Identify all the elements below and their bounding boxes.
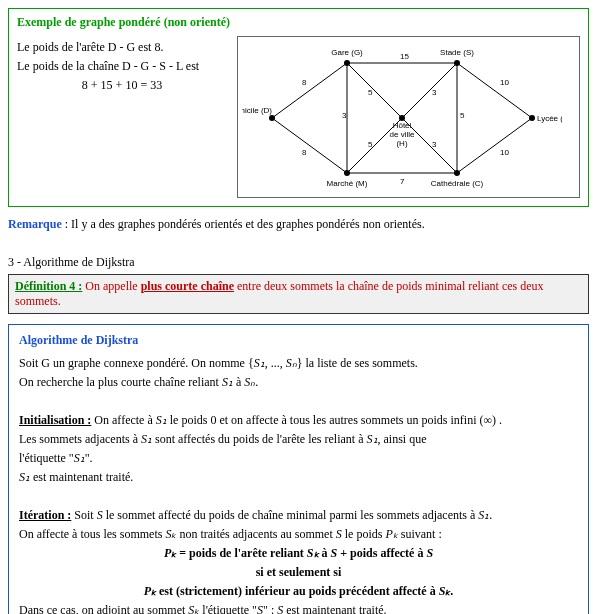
svg-line-0 (272, 63, 347, 118)
svg-point-16 (344, 170, 350, 176)
svg-text:10: 10 (500, 148, 509, 157)
svg-text:3: 3 (432, 88, 437, 97)
algo-iter5: Pₖ est (strictement) inférieur au poids … (19, 584, 578, 599)
svg-text:15: 15 (400, 52, 409, 61)
example-box: Exemple de graphe pondéré (non orienté) … (8, 8, 589, 207)
algo-intro2: On recherche la plus courte chaîne relia… (19, 375, 578, 390)
svg-text:Marché (M): Marché (M) (327, 179, 368, 188)
remark-text: : Il y a des graphes pondérés orientés e… (65, 217, 425, 231)
svg-point-15 (529, 115, 535, 121)
algo-init2: Les sommets adjacents à S₁ sont affectés… (19, 432, 578, 447)
example-line1: Le poids de l'arête D - G est 8. (17, 40, 227, 55)
svg-text:de ville: de ville (390, 130, 415, 139)
graph-svg: Domicile (D) Gare (G) Stade (S) Lycée (L… (242, 43, 562, 193)
svg-text:5: 5 (460, 111, 465, 120)
algo-iter3: Pₖ = poids de l'arête reliant Sₖ à S + p… (19, 546, 578, 561)
svg-text:Stade (S): Stade (S) (440, 48, 474, 57)
algo-iter6: Dans ce cas, on adjoint au sommet Sₖ l'é… (19, 603, 578, 614)
algo-iter2: On affecte à tous les sommets Sₖ non tra… (19, 527, 578, 542)
svg-text:3: 3 (342, 111, 347, 120)
remark-label: Remarque (8, 217, 62, 231)
svg-line-9 (402, 63, 457, 118)
svg-text:(H): (H) (396, 139, 407, 148)
svg-point-14 (454, 60, 460, 66)
example-line2a: Le poids de la chaîne D - G - S - L est (17, 59, 227, 74)
svg-point-13 (344, 60, 350, 66)
svg-text:Lycée (L): Lycée (L) (537, 114, 562, 123)
svg-point-12 (269, 115, 275, 121)
definition-4-label: Définition 4 : (15, 279, 82, 293)
svg-line-3 (272, 118, 347, 173)
svg-text:Cathédrale (C): Cathédrale (C) (431, 179, 484, 188)
svg-line-2 (457, 63, 532, 118)
svg-line-5 (457, 118, 532, 173)
algo-iter4: si et seulement si (19, 565, 578, 580)
example-line2b: 8 + 15 + 10 = 33 (17, 78, 227, 93)
definition-4-text: On appelle plus courte chaîne entre deux… (15, 279, 544, 308)
svg-text:5: 5 (368, 140, 373, 149)
svg-text:Domicile (D): Domicile (D) (242, 106, 272, 115)
svg-text:7: 7 (400, 177, 405, 186)
svg-text:8: 8 (302, 148, 307, 157)
example-title: Exemple de graphe pondéré (non orienté) (17, 15, 580, 30)
svg-text:10: 10 (500, 78, 509, 87)
algorithm-title: Algorithme de Dijkstra (19, 333, 578, 348)
definition-4-box: Définition 4 : On appelle plus courte ch… (8, 274, 589, 314)
svg-text:8: 8 (302, 78, 307, 87)
algo-intro1: Soit G un graphe connexe pondéré. On nom… (19, 356, 578, 371)
svg-text:Hôtel: Hôtel (393, 121, 412, 130)
algo-init4: S₁ est maintenant traité. (19, 470, 578, 485)
graph-figure: Domicile (D) Gare (G) Stade (S) Lycée (L… (237, 36, 580, 198)
remark-line: Remarque : Il y a des graphes pondérés o… (8, 217, 589, 232)
algorithm-box: Algorithme de Dijkstra Soit G un graphe … (8, 324, 589, 614)
svg-point-17 (454, 170, 460, 176)
example-text: Le poids de l'arête D - G est 8. Le poid… (17, 36, 227, 198)
svg-text:5: 5 (368, 88, 373, 97)
section-3-heading: 3 - Algorithme de Dijkstra (8, 255, 589, 270)
svg-text:Gare (G): Gare (G) (331, 48, 363, 57)
svg-line-8 (347, 63, 402, 118)
algo-init: Initialisation : On affecte à S₁ le poid… (19, 413, 578, 428)
algo-iter1: Itération : Soit S le sommet affecté du … (19, 508, 578, 523)
algo-init3: l'étiquette "S₁". (19, 451, 578, 466)
svg-text:3: 3 (432, 140, 437, 149)
